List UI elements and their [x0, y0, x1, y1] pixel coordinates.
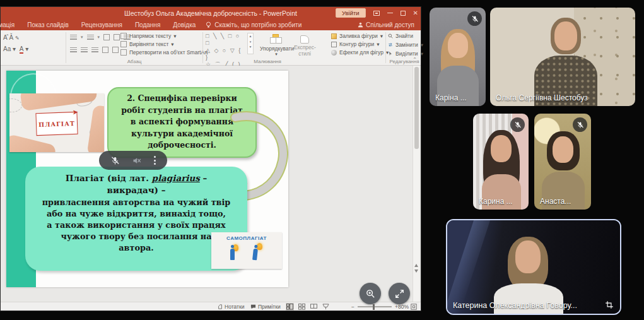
- participant-video: [490, 8, 635, 106]
- outline-icon: [331, 42, 337, 47]
- tell-me-box[interactable]: Скажіть, що потрібно зробити: [202, 21, 305, 28]
- participant-name: Анаста...: [540, 197, 571, 206]
- participant-tile[interactable]: Карина ...: [473, 114, 529, 210]
- powerpoint-window: Шестобуз Ольга Академічна доброчесність …: [1, 7, 421, 311]
- mic-muted-badge: [573, 117, 587, 132]
- effects-icon: [331, 50, 337, 56]
- fill-icon: [331, 33, 337, 39]
- close-button[interactable]: ✕: [413, 10, 418, 16]
- align-text-button[interactable]: Вирівняти текст ▾: [120, 41, 208, 47]
- figures-with-bulbs: [211, 241, 282, 263]
- reading-view-button[interactable]: [310, 303, 318, 311]
- replace-button[interactable]: Замінити ▾: [388, 42, 423, 48]
- ribbon: А̂ А̌ ✎ Аа ▾ А ▾ ▾ ▾ Напрямок тексту ▾ В…: [1, 30, 421, 66]
- tab-help[interactable]: Довідка: [167, 21, 202, 28]
- comments-button[interactable]: Примітки: [250, 302, 281, 311]
- fit-slide-button[interactable]: [411, 302, 417, 311]
- definition-body: привласнення авторства на чужий твір або…: [30, 197, 242, 254]
- arrange-icon: [270, 34, 283, 44]
- mic-muted-badge: [467, 11, 482, 26]
- expand-arrows-icon: [394, 288, 405, 299]
- lightbulb-icon: [206, 21, 211, 28]
- zoom-slider-thumb[interactable]: [373, 304, 375, 310]
- participant-tile[interactable]: Ольга Сергіївна Шестобуз: [490, 8, 635, 106]
- participant-name: Каріна ...: [435, 93, 467, 102]
- definition-title: Плагіат (від лат. plagiarius – викрадач)…: [30, 172, 242, 196]
- tab-view[interactable]: Подання: [129, 21, 167, 28]
- slide-nav-buttons[interactable]: [413, 261, 419, 275]
- slideshow-button[interactable]: [322, 303, 330, 311]
- sign-in-button[interactable]: Увійти: [336, 8, 366, 18]
- participant-name: Ольга Сергіївна Шестобуз: [496, 93, 588, 102]
- collapse-ribbon-icon[interactable]: ⌃: [413, 57, 417, 62]
- expand-presentation-button[interactable]: [389, 283, 410, 304]
- select-button[interactable]: Виділити ▾: [388, 50, 423, 57]
- comments-icon: [250, 304, 256, 309]
- minimize-button[interactable]: [387, 13, 393, 14]
- zoom-slider[interactable]: [358, 306, 392, 307]
- next-slide-icon[interactable]: [414, 270, 418, 273]
- status-bar: Нотатки Примітки − + 80: [1, 302, 421, 311]
- share-button[interactable]: Спільний доступ: [358, 21, 421, 28]
- smartart-button[interactable]: Перетворити на об'єкт SmartArt: [120, 49, 208, 56]
- slide-sorter-button[interactable]: [298, 303, 306, 311]
- ribbon-group-paragraph: ▾ ▾ Напрямок тексту ▾ Вирівняти текст ▾ …: [67, 30, 201, 65]
- cursor-icon: [388, 51, 393, 56]
- normal-view-icon: [286, 304, 293, 310]
- text-direction-button[interactable]: Напрямок тексту ▾: [120, 33, 208, 39]
- quick-styles-button[interactable]: Експрес-стилі: [294, 35, 315, 57]
- align-buttons[interactable]: [70, 47, 119, 53]
- plagiarism-photo: ПЛАГІАТ ➤: [9, 93, 104, 152]
- ribbon-group-drawing: □ ╲ ╲ □ ○ □ △ ◇ ○ ▽ { } ☆ ⌒ ╱ ( ) ○ ▲▾▼ …: [204, 30, 331, 65]
- shapes-scroll-buttons[interactable]: ▲▾▼: [247, 33, 254, 54]
- meet-call-screen: Шестобуз Ольга Академічна доброчесність …: [0, 0, 644, 320]
- normal-view-button[interactable]: [286, 303, 294, 311]
- participant-tile[interactable]: Анаста...: [534, 114, 591, 210]
- vertical-scrollbar[interactable]: [413, 66, 419, 302]
- ribbon-display-options-icon[interactable]: [373, 11, 380, 16]
- shape-outline-button[interactable]: Контур фігури ▾: [331, 41, 389, 47]
- shape-fill-button[interactable]: Заливка фігури ▾: [331, 33, 389, 39]
- slide-sorter-icon: [298, 304, 305, 310]
- crop-icon[interactable]: [605, 300, 614, 309]
- restore-button[interactable]: [401, 11, 406, 16]
- font-size-buttons[interactable]: А̂ А̌ ✎: [3, 34, 20, 41]
- slide-canvas: ПЛАГІАТ ➤ 2. Специфіка перевірки робіт с…: [1, 66, 421, 302]
- font-color-buttons[interactable]: Аа ▾ А ▾: [3, 45, 28, 52]
- participant-name: Карина ...: [479, 197, 513, 206]
- find-button[interactable]: Знайти: [388, 33, 423, 39]
- plagiat-card: ПЛАГІАТ ➤: [35, 112, 78, 136]
- ribbon-group-font: А̂ А̌ ✎ Аа ▾ А ▾: [1, 30, 64, 65]
- quick-styles-icon: [300, 35, 309, 44]
- participant-tile[interactable]: Каріна ...: [430, 8, 486, 106]
- magnifier-plus-icon: [365, 288, 376, 299]
- search-icon: [388, 33, 393, 39]
- mic-off-icon[interactable]: [110, 156, 120, 165]
- tab-review[interactable]: Рецензування: [75, 21, 129, 28]
- zoom-out-button[interactable]: −: [351, 304, 354, 310]
- samoplagiat-image: САМОПЛАГІАТ: [211, 232, 282, 269]
- tab-animation[interactable]: Анімація: [0, 21, 21, 28]
- shape-format-buttons: Заливка фігури ▾ Контур фігури ▾ Ефекти …: [331, 30, 384, 65]
- fit-to-window-icon: [411, 304, 417, 310]
- zoom-in-presentation-button[interactable]: [360, 283, 381, 304]
- participant-tile-active-speaker[interactable]: Катерина Олександрівна Говору...: [446, 219, 621, 315]
- shape-effects-button[interactable]: Ефекти для фігур ▾: [331, 49, 389, 56]
- title-bar: Шестобуз Ольга Академічна доброчесність …: [1, 7, 421, 19]
- scrollbar-thumb[interactable]: [414, 67, 419, 149]
- group-label-drawing: Малювання: [204, 59, 331, 64]
- tab-slideshow[interactable]: Показ слайдів: [21, 21, 75, 28]
- mic-muted-badge: [510, 117, 525, 132]
- participant-video: [447, 220, 620, 314]
- notes-icon: [218, 304, 223, 309]
- reading-view-icon: [310, 304, 317, 310]
- ribbon-tabs: Анімація Показ слайдів Рецензування Пода…: [1, 19, 421, 30]
- previous-slide-icon[interactable]: [414, 264, 418, 267]
- mic-off-icon: [577, 121, 584, 129]
- arrange-button[interactable]: Упорядкувати▾: [260, 34, 293, 57]
- more-options-icon[interactable]: [154, 156, 156, 165]
- audio-off-icon[interactable]: [132, 156, 141, 165]
- mic-off-icon: [471, 15, 479, 23]
- presentation-controls-pill: [99, 151, 167, 170]
- notes-button[interactable]: Нотатки: [218, 302, 244, 311]
